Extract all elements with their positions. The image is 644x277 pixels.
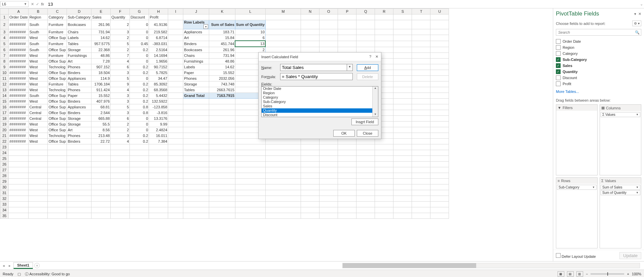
row-header-14[interactable]: 14 (0, 93, 9, 99)
cell-S13[interactable] (393, 87, 412, 93)
cell-G19[interactable]: 0 (130, 122, 149, 127)
cell-G1[interactable]: Discount (130, 14, 149, 20)
name-input[interactable] (280, 64, 347, 71)
cell-U13[interactable] (430, 87, 449, 93)
cell-M26[interactable] (265, 162, 301, 167)
cell-F28[interactable] (111, 173, 130, 179)
cell-A5[interactable]: ######## (9, 41, 29, 47)
cell-R33[interactable] (375, 202, 393, 207)
cell-U11[interactable] (430, 76, 449, 81)
cell-R5[interactable] (375, 41, 393, 47)
cell-E10[interactable]: 18.504 (91, 70, 111, 76)
cell-H21[interactable]: 16.011 (149, 133, 168, 139)
cell-E17[interactable]: 2.544 (91, 110, 111, 116)
field-checkbox-sub-category[interactable]: ✓Sub-Category (556, 57, 641, 63)
cell-Q35[interactable] (356, 213, 375, 219)
cell-N24[interactable] (301, 150, 319, 156)
cell-D7[interactable]: Furnishings (67, 53, 91, 59)
cell-J12[interactable]: Storage (183, 81, 209, 87)
cell-J22[interactable] (183, 139, 209, 144)
pane-dropdown-icon[interactable]: ▾ (634, 12, 636, 16)
cell-A13[interactable]: ######## (9, 87, 29, 93)
cell-H7[interactable]: 14.1694 (149, 53, 168, 59)
row-header-29[interactable]: 29 (0, 179, 9, 184)
cell-E33[interactable] (91, 202, 111, 207)
cell-U7[interactable] (430, 53, 449, 59)
cell-Q22[interactable] (356, 139, 375, 144)
row-header-9[interactable]: 9 (0, 64, 9, 70)
cell-U5[interactable] (430, 41, 449, 47)
cell-O30[interactable] (319, 184, 338, 190)
cell-Q6[interactable] (356, 47, 375, 53)
cell-T3[interactable] (412, 29, 430, 35)
cell-P4[interactable] (338, 35, 356, 41)
cell-L29[interactable] (235, 179, 265, 184)
cell-N27[interactable] (301, 167, 319, 173)
row-header-27[interactable]: 27 (0, 167, 9, 173)
cell-L23[interactable] (235, 144, 265, 150)
cell-Q31[interactable] (356, 190, 375, 196)
cell-B4[interactable]: West (29, 35, 48, 41)
cell-H35[interactable] (149, 213, 168, 219)
cell-E6[interactable]: 22.368 (91, 47, 111, 53)
cell-B19[interactable]: West (29, 122, 48, 127)
cell-E14[interactable]: 15.552 (91, 93, 111, 99)
cell-N34[interactable] (301, 207, 319, 213)
cell-T30[interactable] (412, 184, 430, 190)
cell-I2[interactable] (168, 20, 183, 29)
cell-R26[interactable] (375, 162, 393, 167)
cell-S23[interactable] (393, 144, 412, 150)
cell-H5[interactable]: -383.031 (149, 41, 168, 47)
cell-T13[interactable] (412, 87, 430, 93)
cell-G32[interactable] (130, 196, 149, 202)
cell-N28[interactable] (301, 173, 319, 179)
cell-F4[interactable]: 2 (111, 35, 130, 41)
cell-B7[interactable]: West (29, 53, 48, 59)
cell-M34[interactable] (265, 207, 301, 213)
cell-A9[interactable]: ######## (9, 64, 29, 70)
cell-A31[interactable] (9, 190, 29, 196)
cell-C27[interactable] (48, 167, 67, 173)
cell-J14[interactable]: Grand Total (183, 93, 209, 99)
cell-M1[interactable] (265, 14, 301, 20)
cell-C20[interactable]: Office Sup (48, 127, 67, 133)
cell-T14[interactable] (412, 93, 430, 99)
cell-C4[interactable]: Office Sup (48, 35, 67, 41)
cell-Q29[interactable] (356, 179, 375, 184)
col-header-R[interactable]: R (375, 9, 393, 14)
cell-T27[interactable] (412, 167, 430, 173)
cell-P5[interactable] (338, 41, 356, 47)
field-option-discount[interactable]: Discount (262, 113, 378, 117)
cell-T15[interactable] (412, 99, 430, 104)
cell-H31[interactable] (149, 190, 168, 196)
cell-U15[interactable] (430, 99, 449, 104)
cell-B8[interactable]: West (29, 59, 48, 64)
cell-J34[interactable] (183, 207, 209, 213)
cell-T32[interactable] (412, 196, 430, 202)
cell-U1[interactable] (430, 14, 449, 20)
field-checkbox-quantity[interactable]: ✓Quantity (556, 69, 641, 75)
row-header-28[interactable]: 28 (0, 173, 9, 179)
cell-J35[interactable] (183, 213, 209, 219)
search-input[interactable] (558, 30, 635, 35)
cell-K26[interactable] (209, 162, 235, 167)
cell-K18[interactable] (209, 116, 235, 122)
cell-T12[interactable] (412, 81, 430, 87)
cell-O28[interactable] (319, 173, 338, 179)
cell-B33[interactable] (29, 202, 48, 207)
cell-E1[interactable]: Sales (91, 14, 111, 20)
values-pill-sum-of-quantity[interactable]: Sum of Quantity▼ (601, 190, 640, 195)
cell-S29[interactable] (393, 179, 412, 184)
col-header-J[interactable]: J (183, 9, 209, 14)
cell-S31[interactable] (393, 190, 412, 196)
cell-B34[interactable] (29, 207, 48, 213)
field-checkbox-profit[interactable]: Profit (556, 81, 641, 87)
cell-C23[interactable] (48, 144, 67, 150)
cell-C35[interactable] (48, 213, 67, 219)
cell-G15[interactable]: 0.2 (130, 99, 149, 104)
cell-A35[interactable] (9, 213, 29, 219)
cell-U28[interactable] (430, 173, 449, 179)
cell-D11[interactable]: Appliances (67, 76, 91, 81)
cell-B17[interactable]: Central (29, 110, 48, 116)
cell-D6[interactable]: Storage (67, 47, 91, 53)
